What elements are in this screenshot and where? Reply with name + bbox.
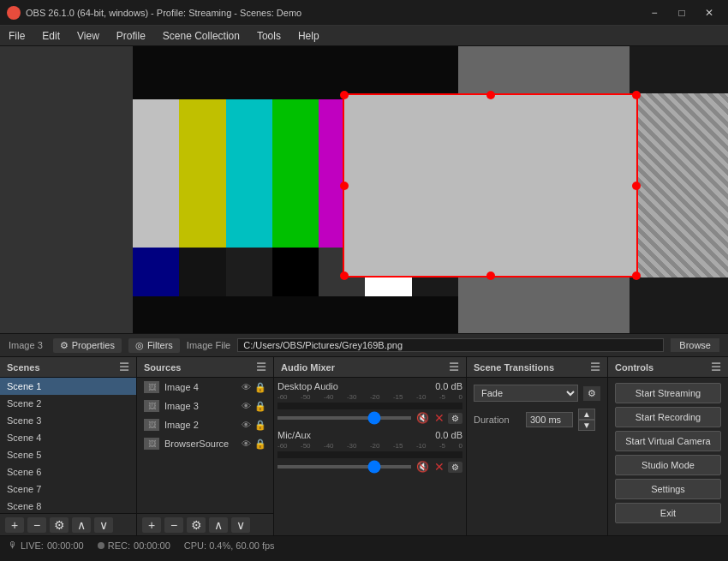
source-settings-button[interactable]: ⚙: [187, 517, 206, 533]
desktop-audio-mute-x[interactable]: ✕: [434, 411, 445, 425]
add-source-button[interactable]: +: [142, 517, 161, 533]
scene-item-scene7[interactable]: Scene 7: [0, 480, 136, 498]
scenes-panel-menu-icon[interactable]: ☰: [119, 361, 129, 373]
source-visibility-image2[interactable]: 👁: [242, 420, 251, 431]
source-item-image3[interactable]: 🖼Image 3👁🔒: [137, 397, 273, 415]
source-label-image3: Image 3: [164, 401, 199, 411]
scene-item-scene5[interactable]: Scene 5: [0, 446, 136, 463]
controls-menu-icon[interactable]: ☰: [711, 361, 721, 373]
mic-aux-track: Mic/Aux 0.0 dB -60-50-40-30-20-15-10-50 …: [277, 430, 462, 474]
handle-top[interactable]: [486, 91, 495, 99]
source-visibility-browserSource[interactable]: 👁: [242, 439, 251, 450]
menu-item-view[interactable]: View: [69, 26, 108, 45]
menu-item-edit[interactable]: Edit: [33, 26, 69, 45]
scene-item-scene6[interactable]: Scene 6: [0, 463, 136, 480]
menu-item-tools[interactable]: Tools: [248, 26, 289, 45]
source-path-input[interactable]: [237, 338, 664, 352]
scenes-title: Scenes: [7, 362, 40, 373]
sources-panel-menu-icon[interactable]: ☰: [256, 361, 266, 373]
source-thumbnail-image2: 🖼: [144, 419, 159, 431]
source-item-browserSource[interactable]: 🖼BrowserSource👁🔒: [137, 434, 273, 453]
browse-button[interactable]: Browse: [671, 338, 719, 352]
app-icon: [7, 6, 21, 20]
source-label-browserSource: BrowserSource: [164, 439, 229, 449]
transition-duration-row: Duration ▲ ▼: [474, 409, 600, 431]
remove-scene-button[interactable]: −: [27, 517, 46, 533]
remove-source-button[interactable]: −: [164, 517, 183, 533]
desktop-audio-controls: 🔇 ✕ ⚙: [277, 411, 462, 425]
scene-item-scene8[interactable]: Scene 8: [0, 498, 136, 513]
start-virtual-camera-button[interactable]: Start Virtual Camera: [615, 431, 721, 451]
gear-icon: ⚙: [60, 340, 69, 351]
settings-button[interactable]: Settings: [615, 479, 721, 499]
scene-item-scene2[interactable]: Scene 2: [0, 395, 136, 412]
mic-aux-settings-button[interactable]: ⚙: [448, 462, 462, 473]
desktop-audio-settings-button[interactable]: ⚙: [448, 413, 462, 424]
menu-item-help[interactable]: Help: [289, 26, 328, 45]
preview-area: [0, 46, 728, 333]
start-recording-button[interactable]: Start Recording: [615, 407, 721, 427]
audio-mixer-title: Audio Mixer: [281, 362, 335, 373]
scene-up-button[interactable]: ∧: [72, 517, 91, 533]
desktop-audio-volume-slider[interactable]: [277, 416, 411, 420]
handle-bottom[interactable]: [486, 272, 495, 280]
bottom-panels: Scenes ☰ Scene 1Scene 2Scene 3Scene 4Sce…: [0, 357, 728, 535]
desktop-audio-db: 0.0 dB: [435, 381, 462, 391]
close-button[interactable]: ✕: [697, 5, 721, 21]
audio-mixer-menu-icon[interactable]: ☰: [449, 361, 459, 373]
source-lock-image2[interactable]: 🔒: [254, 420, 266, 431]
source-visibility-image3[interactable]: 👁: [242, 401, 251, 412]
minimize-button[interactable]: −: [642, 5, 666, 21]
source-list: 🖼Image 4👁🔒🖼Image 3👁🔒🖼Image 2👁🔒🖼BrowserSo…: [137, 378, 273, 513]
scene-item-scene1[interactable]: Scene 1: [0, 378, 136, 395]
mic-aux-mute-button[interactable]: 🔇: [415, 461, 431, 473]
mic-aux-mute-x[interactable]: ✕: [434, 460, 445, 474]
duration-decrement-button[interactable]: ▼: [578, 420, 595, 431]
source-visibility-image4[interactable]: 👁: [242, 382, 251, 393]
transition-type-select[interactable]: Fade Cut Swipe Slide: [474, 385, 578, 402]
controls-header: Controls ☰: [608, 357, 728, 378]
duration-input[interactable]: [526, 412, 573, 427]
filters-button[interactable]: ◎ Filters: [128, 338, 180, 353]
properties-button[interactable]: ⚙ Properties: [53, 338, 122, 353]
source-item-image2[interactable]: 🖼Image 2👁🔒: [137, 415, 273, 434]
scene-item-scene4[interactable]: Scene 4: [0, 429, 136, 446]
handle-bottom-left[interactable]: [340, 272, 349, 280]
mic-aux-volume-slider[interactable]: [277, 465, 411, 468]
handle-top-left[interactable]: [340, 91, 349, 99]
start-streaming-button[interactable]: Start Streaming: [615, 383, 721, 403]
handle-right[interactable]: [632, 182, 641, 190]
studio-mode-button[interactable]: Studio Mode: [615, 455, 721, 475]
source-bar: Image 3 ⚙ Properties ◎ Filters Image Fil…: [0, 333, 728, 357]
handle-bottom-right[interactable]: [632, 272, 641, 280]
title-bar: OBS 26.1.0 (64-bit, windows) - Profile: …: [0, 0, 728, 26]
duration-increment-button[interactable]: ▲: [578, 409, 595, 420]
scene-item-scene3[interactable]: Scene 3: [0, 412, 136, 429]
desktop-audio-mute-button[interactable]: 🔇: [415, 412, 431, 424]
live-status: 🎙 LIVE: 00:00:00: [9, 540, 84, 551]
transition-type-row: Fade Cut Swipe Slide ⚙: [474, 385, 600, 402]
source-lock-image4[interactable]: 🔒: [254, 382, 266, 393]
maximize-button[interactable]: □: [670, 5, 694, 21]
exit-button[interactable]: Exit: [615, 503, 721, 523]
mic-aux-meter: [277, 451, 462, 458]
scene-down-button[interactable]: ∨: [94, 517, 113, 533]
desktop-audio-meter: [277, 403, 462, 409]
menu-item-sceneCollection[interactable]: Scene Collection: [154, 26, 248, 45]
source-lock-browserSource[interactable]: 🔒: [254, 439, 266, 450]
rec-label: REC:: [108, 540, 130, 551]
handle-top-right[interactable]: [632, 91, 641, 99]
transitions-menu-icon[interactable]: ☰: [590, 361, 600, 373]
menu-item-profile[interactable]: Profile: [108, 26, 154, 45]
source-lock-image3[interactable]: 🔒: [254, 401, 266, 412]
menu-item-file[interactable]: File: [0, 26, 33, 45]
source-item-image4[interactable]: 🖼Image 4👁🔒: [137, 378, 273, 397]
filter-icon: ◎: [135, 340, 144, 351]
handle-left[interactable]: [340, 182, 349, 190]
add-scene-button[interactable]: +: [5, 517, 24, 533]
source-down-button[interactable]: ∨: [231, 517, 250, 533]
source-up-button[interactable]: ∧: [209, 517, 228, 533]
scene-settings-button[interactable]: ⚙: [50, 517, 69, 533]
mic-aux-controls: 🔇 ✕ ⚙: [277, 460, 462, 474]
transition-type-settings-button[interactable]: ⚙: [583, 386, 600, 401]
